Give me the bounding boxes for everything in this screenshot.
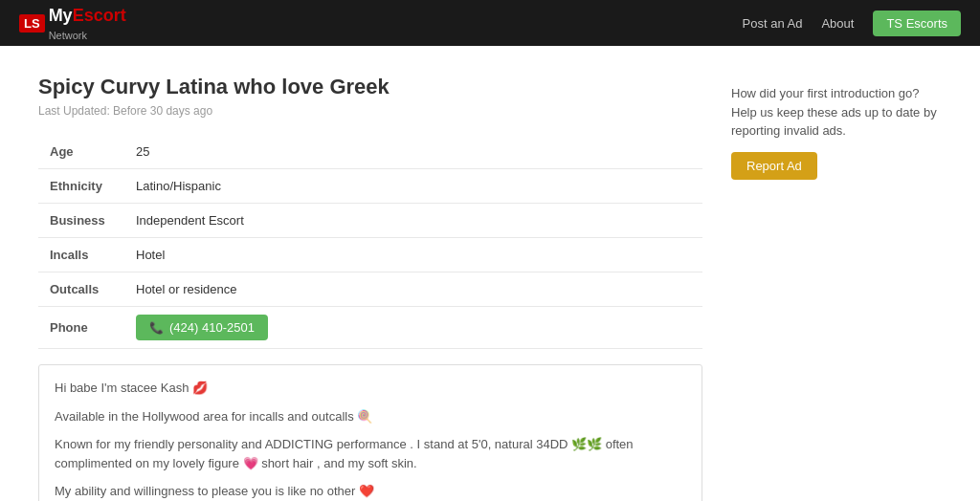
phone-icon: 📞 — [149, 321, 164, 335]
last-updated: Last Updated: Before 30 days ago — [38, 104, 702, 118]
info-value: Independent Escort — [124, 204, 702, 238]
info-row: Business Independent Escort — [38, 204, 702, 238]
phone-label: Phone — [38, 307, 124, 349]
nav-about[interactable]: About — [821, 16, 854, 31]
logo-brand: MyEscort — [49, 6, 126, 25]
phone-row: Phone 📞 (424) 410-2501 — [38, 307, 702, 349]
info-label: Outcalls — [38, 272, 124, 307]
description-paragraph: Known for my friendly personality and AD… — [55, 435, 686, 472]
info-value: 25 — [124, 135, 702, 169]
info-table: Age 25 Ethnicity Latino/Hispanic Busines… — [38, 135, 702, 349]
info-row: Incalls Hotel — [38, 238, 702, 272]
phone-number-display: (424) 410-2501 — [169, 320, 255, 335]
listing-content: Spicy Curvy Latina who love Greek Last U… — [38, 75, 702, 501]
main-content: Spicy Curvy Latina who love Greek Last U… — [0, 46, 980, 501]
nav-post-ad[interactable]: Post an Ad — [743, 16, 803, 31]
nav-ts-escorts-button[interactable]: TS Escorts — [873, 11, 961, 36]
info-value: Hotel or residence — [124, 272, 702, 307]
logo-network: Network — [49, 30, 126, 41]
site-header: LS MyEscort Network Post an Ad About TS … — [0, 0, 980, 46]
info-row: Age 25 — [38, 135, 702, 169]
sidebar-prompt: How did your first introduction go? Help… — [731, 84, 942, 141]
description-box: Hi babe I'm stacee Kash 💋Available in th… — [38, 364, 702, 501]
info-row: Outcalls Hotel or residence — [38, 272, 702, 307]
info-value: Latino/Hispanic — [124, 169, 702, 204]
report-ad-button[interactable]: Report Ad — [731, 152, 817, 180]
description-paragraph: Available in the Hollywood area for inca… — [55, 407, 686, 426]
page-title: Spicy Curvy Latina who love Greek — [38, 75, 702, 99]
logo-icon: LS — [19, 14, 45, 33]
info-label: Incalls — [38, 238, 124, 272]
main-nav: Post an Ad About TS Escorts — [743, 11, 961, 36]
sidebar: How did your first introduction go? Help… — [731, 75, 942, 501]
description-paragraph: Hi babe I'm stacee Kash 💋 — [55, 379, 686, 398]
info-label: Age — [38, 135, 124, 169]
info-value: Hotel — [124, 238, 702, 272]
phone-cell: 📞 (424) 410-2501 — [124, 307, 702, 349]
phone-button[interactable]: 📞 (424) 410-2501 — [136, 315, 268, 340]
logo: LS MyEscort Network — [19, 6, 126, 41]
info-label: Ethnicity — [38, 169, 124, 204]
description-paragraph: My ability and willingness to please you… — [55, 482, 686, 501]
info-row: Ethnicity Latino/Hispanic — [38, 169, 702, 204]
info-label: Business — [38, 204, 124, 238]
